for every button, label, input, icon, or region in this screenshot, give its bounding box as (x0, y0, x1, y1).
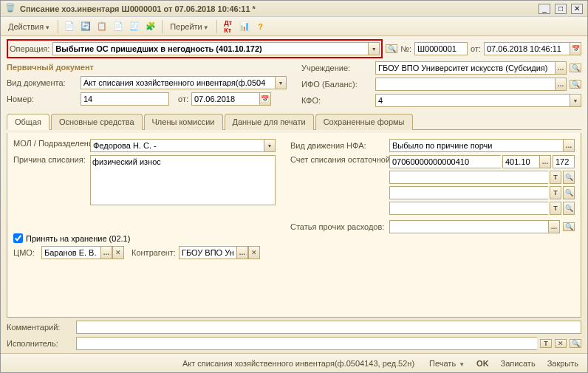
mol-label: МОЛ / Подразделение : (13, 139, 87, 148)
doc-number-field[interactable] (414, 42, 468, 55)
app-icon: 🗑️ (5, 3, 17, 15)
expense-field[interactable] (389, 220, 548, 233)
sub3-field[interactable] (389, 202, 548, 215)
kfo-dropdown[interactable] (570, 94, 581, 107)
doc-type-label: Вид документа: (7, 78, 78, 87)
sub1-type[interactable] (550, 171, 561, 184)
acc3-field[interactable] (553, 155, 575, 168)
doc-type-field[interactable] (81, 76, 275, 89)
help-icon[interactable]: ? (254, 20, 267, 33)
save-button[interactable]: Записать (498, 357, 539, 369)
number2-field[interactable] (81, 92, 169, 106)
ifo-label: ИФО (Баланс): (301, 80, 372, 89)
sub3-search[interactable] (563, 202, 575, 215)
tab-saved-forms[interactable]: Сохраненные формы (315, 114, 413, 130)
ifo-chooser[interactable] (555, 78, 567, 91)
acc-label: Счет списания остаточной стоимости: (290, 155, 386, 164)
sub2-type[interactable] (550, 186, 561, 199)
contragent-field[interactable] (179, 246, 236, 259)
maximize-button[interactable]: □ (555, 4, 567, 14)
toolbar: Действия▼ 📄 🔄 📋 📄 🧾 🧩 Перейти▼ ДтКт 📊 ? (1, 17, 587, 36)
minimize-button[interactable]: _ (539, 4, 550, 14)
performer-clear[interactable] (555, 339, 567, 348)
structure-icon[interactable]: 🧩 (144, 20, 157, 33)
performer-search[interactable] (570, 339, 581, 348)
close-button[interactable]: ✕ (571, 4, 583, 14)
acc1-field[interactable] (389, 155, 501, 168)
kfo-label: КФО: (301, 96, 372, 105)
window-title: Списание хоз.инвентаря Ш0000001 от 07.06… (20, 4, 539, 13)
refresh-icon[interactable]: 🔄 (79, 20, 92, 33)
cmo-label: ЦМО: (13, 248, 38, 257)
sub1-search[interactable] (563, 171, 575, 184)
sub3-type[interactable] (550, 202, 561, 215)
expense-search[interactable] (563, 222, 575, 231)
expense-chooser[interactable] (548, 220, 560, 233)
performer-field[interactable] (76, 337, 537, 350)
tab-commission[interactable]: Члены комиссии (144, 114, 223, 130)
print-button[interactable]: Печать ▼ (426, 357, 468, 369)
reason-label: Причина списания: (13, 155, 87, 164)
kfo-field[interactable] (375, 94, 570, 107)
tab-general[interactable]: Общая (7, 114, 49, 130)
footer: Акт списания хозяйственного инвентаря(ф.… (1, 353, 587, 372)
operation-highlight: Операция: (7, 39, 383, 58)
primary-doc-title: Первичный документ (7, 61, 287, 73)
reason-field[interactable]: физический износ (90, 155, 276, 205)
nfa-chooser[interactable] (563, 139, 575, 152)
doc-date-calendar[interactable] (570, 42, 581, 55)
comment-label: Комментарий: (7, 323, 73, 332)
mol-field[interactable] (90, 139, 264, 152)
date2-field[interactable] (191, 92, 259, 106)
tab-body-general: МОЛ / Подразделение : Причина списания: … (7, 133, 581, 318)
acc2-field[interactable] (502, 155, 539, 168)
org-field[interactable] (375, 61, 555, 75)
ifo-field[interactable] (375, 78, 555, 91)
acc2-chooser[interactable] (539, 155, 551, 168)
contragent-clear[interactable] (248, 246, 260, 259)
from-label: от: (471, 44, 481, 53)
doc-type-dropdown[interactable] (275, 76, 287, 89)
mol-dropdown[interactable] (264, 139, 276, 152)
sub2-search[interactable] (563, 186, 575, 199)
expense-label: Статья прочих расходов: (290, 222, 386, 231)
take-storage-check[interactable] (13, 233, 23, 243)
cmo-field[interactable] (41, 246, 100, 259)
date2-calendar[interactable] (259, 92, 271, 106)
org-search[interactable] (570, 64, 581, 72)
ok-button[interactable]: OK (474, 357, 492, 369)
cmo-clear[interactable] (112, 246, 124, 259)
from2-label: от: (178, 95, 188, 103)
performer-type[interactable] (540, 339, 552, 348)
cmo-chooser[interactable] (100, 246, 112, 259)
sub1-field[interactable] (389, 171, 548, 184)
save-icon[interactable]: 📄 (63, 20, 76, 33)
tab-assets[interactable]: Основные средства (51, 114, 143, 130)
ifo-search[interactable] (570, 80, 581, 89)
take-storage-label: Принять на хранение (02.1) (26, 234, 130, 243)
report-icon[interactable]: 📊 (238, 20, 251, 33)
app-window: 🗑️ Списание хоз.инвентаря Ш0000001 от 07… (0, 0, 588, 373)
titlebar: 🗑️ Списание хоз.инвентаря Ш0000001 от 07… (1, 1, 587, 17)
org-chooser[interactable] (555, 61, 567, 75)
post-icon[interactable]: 📄 (112, 20, 125, 33)
take-storage-checkbox[interactable]: Принять на хранение (02.1) (13, 233, 276, 243)
close-footer-button[interactable]: Закрыть (544, 357, 581, 369)
tab-print-data[interactable]: Данные для печати (225, 114, 314, 130)
sub2-field[interactable] (389, 186, 548, 199)
copy-icon[interactable]: 📋 (95, 20, 109, 33)
operation-search[interactable] (386, 44, 397, 53)
cancel-post-icon[interactable]: 🧾 (128, 20, 141, 33)
actions-menu[interactable]: Действия▼ (5, 21, 53, 32)
operation-dropdown[interactable] (368, 42, 380, 55)
org-label: Учреждение: (301, 64, 372, 72)
goto-menu[interactable]: Перейти▼ (167, 21, 212, 32)
contragent-chooser[interactable] (236, 246, 248, 259)
operation-field[interactable] (52, 42, 368, 55)
contragent-label: Контрагент: (131, 248, 176, 257)
number2-label: Номер: (7, 95, 78, 103)
doc-date-field[interactable] (484, 42, 570, 55)
dtkt-icon[interactable]: ДтКт (222, 20, 235, 33)
comment-field[interactable] (76, 321, 581, 334)
nfa-field[interactable] (389, 139, 563, 152)
